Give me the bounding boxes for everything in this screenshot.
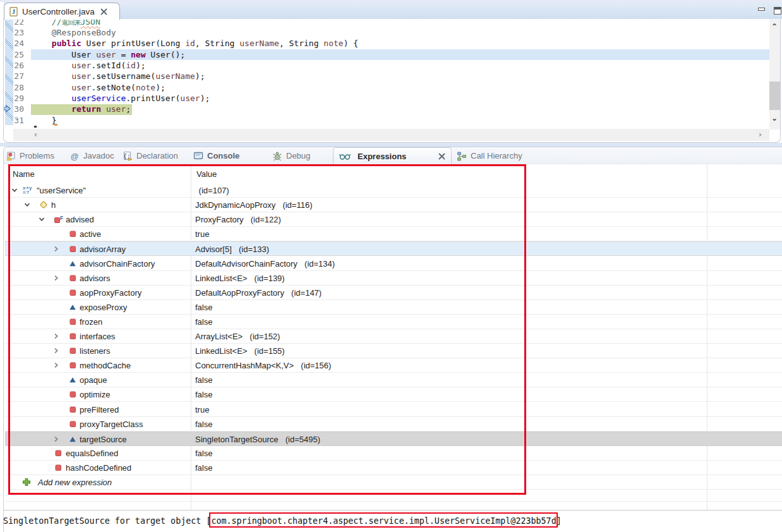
view-tab-bar: Problems@Javadoc{;DeclarationConsoleDebu… [4,147,782,164]
expression-value: false [195,317,212,327]
expression-row-advisors[interactable]: advisorsLinkedList<E> (id=139) [5,271,782,286]
editor-tab-usercontroller[interactable]: J UserController.java [4,3,120,20]
code-line-22[interactable]: //返回来JSON [32,19,100,28]
expression-row-opaque[interactable]: opaquefalse [5,373,782,387]
scroll-up-arrow-icon[interactable]: ⌃ [771,22,778,31]
token: id [185,39,195,48]
token: .printUser( [126,94,180,103]
token: note [323,39,343,48]
expand-chevron-icon[interactable] [52,332,60,340]
expression-name: advisorChainFactory [80,259,155,269]
expression-name: methodCache [80,361,131,370]
token: new [131,50,145,59]
editor-vertical-scrollbar[interactable]: ⌃⌄ [769,19,781,130]
code-line-26[interactable]: user.setId(id); [32,60,146,71]
expand-chevron-icon[interactable] [52,435,60,443]
code-editor[interactable]: 22232425262728293031 //返回来JSON @Response… [3,19,781,143]
token [32,104,72,114]
column-header-value[interactable]: Value [196,169,217,179]
clipped-next-line-artifact [34,126,37,128]
empty-row[interactable] [5,502,782,510]
expand-chevron-icon[interactable] [52,274,60,282]
line-number-30: 30 [10,104,24,114]
token: ); [200,94,210,103]
expand-chevron-icon[interactable] [52,347,60,354]
expression-row-interfaces[interactable]: interfacesArrayList<E> (id=152) [5,329,782,344]
view-tab-label: Console [207,151,239,160]
expression-name: interfaces [80,332,115,341]
expressions-icon [339,151,351,161]
expression-name: optimize [80,390,110,399]
editor-vertical-scrollbar-thumb[interactable] [769,82,781,110]
view-tab-declaration[interactable]: {;Declaration [123,147,178,164]
expression-row-h[interactable]: hJdkDynamicAopProxy (id=116) [5,198,782,212]
expression-row-frozen[interactable]: frozenfalse [5,315,782,329]
code-line-30[interactable]: return user; [32,104,131,114]
collapse-chevron-icon[interactable] [11,186,18,194]
token: userName [155,71,195,81]
scroll-down-arrow-icon[interactable]: ⌄ [771,114,778,123]
expression-row-aopProxyFactory[interactable]: aopProxyFactoryDefaultAopProxyFactory (i… [5,286,782,300]
expand-chevron-icon[interactable] [52,245,60,253]
expression-row-advisorChainFactory[interactable]: advisorChainFactoryDefaultAdvisorChainFa… [5,257,782,271]
code-line-29[interactable]: userService.printUser(user); [32,93,210,104]
expressions-table[interactable]: Name Value x+y=?"userService" (id=107)hJ… [4,164,782,510]
code-line-28[interactable]: user.setNote(note); [32,82,165,93]
expression-detail-pane[interactable]: SingletonTargetSource for target object … [4,510,782,532]
expression-value: DefaultAopProxyFactory (id=147) [195,288,322,298]
line-number-24: 24 [10,38,24,49]
expression-row-advisorArray[interactable]: advisorArrayAdvisor[5] (id=133) [5,241,782,256]
view-tab-call-hierarchy[interactable]: Call Hierarchy [457,147,522,164]
expression-row-advised[interactable]: FadvisedProxyFactory (id=122) [5,212,782,227]
token: 返回来 [61,19,80,27]
column-header-name[interactable]: Name [13,169,35,179]
token [32,71,72,81]
line-number-28: 28 [10,82,24,93]
view-tab-expressions[interactable]: Expressions [333,147,452,164]
expression-value: false [195,449,212,458]
code-line-31[interactable]: } [32,115,57,126]
add-new-expression-row[interactable]: Add new expression [5,475,782,490]
expression-row-targetSource[interactable]: targetSourceSingletonTargetSource (id=54… [5,432,782,446]
expression-row-optimize[interactable]: optimizefalse [5,387,782,402]
expression-row-userService[interactable]: x+y=?"userService" (id=107) [5,183,782,198]
code-line-24[interactable]: public User printUser(Long id, String us… [32,38,359,49]
line-number-22: 22 [10,19,24,27]
view-tab-label: Call Hierarchy [471,151,522,160]
empty-row[interactable] [5,490,782,502]
code-line-25[interactable]: User user = new User(); [32,49,186,60]
collapse-chevron-icon[interactable] [23,201,31,209]
scroll-left-arrow-icon[interactable]: ‹ [34,130,37,139]
view-tab-problems[interactable]: Problems [6,147,54,164]
view-tab-javadoc[interactable]: @Javadoc [69,147,114,164]
expression-row-active[interactable]: activetrue [5,227,782,241]
expression-row-equalsDefined[interactable]: equalsDefinedfalse [5,446,782,461]
expression-name: targetSource [80,435,126,444]
editor-horizontal-scrollbar[interactable]: ‹› [13,129,769,141]
collapse-chevron-icon[interactable] [38,215,45,223]
expression-name: listeners [80,346,110,356]
expression-row-proxyTargetClass[interactable]: proxyTargetClassfalse [5,417,782,432]
view-tab-close-icon[interactable] [438,152,446,160]
expression-name: Add new expression [38,478,112,487]
expression-row-methodCache[interactable]: methodCacheConcurrentHashMap<K,V> (id=15… [5,358,782,373]
expression-row-exposeProxy[interactable]: exposeProxyfalse [5,300,782,315]
expression-row-hashCodeDefined[interactable]: hashCodeDefinedfalse [5,461,782,475]
token: .setNote( [91,83,135,92]
code-line-23[interactable]: @ResponseBody [32,27,116,38]
scroll-right-arrow-icon[interactable]: › [759,130,762,139]
token: ); [195,71,205,81]
expression-row-listeners[interactable]: listenersLinkedList<E> (id=155) [5,344,782,358]
red-square-f-icon: F [53,214,67,224]
expand-chevron-icon[interactable] [52,361,60,369]
expression-name: h [51,200,56,210]
code-line-27[interactable]: user.setUsername(userName); [32,71,205,82]
expression-row-preFiltered[interactable]: preFilteredtrue [5,402,782,417]
view-tab-debug[interactable]: Debug [272,147,310,164]
token: ) { [344,39,358,48]
minimize-button[interactable] [758,8,765,11]
view-tab-console[interactable]: Console [193,147,239,164]
editor-tab-close-icon[interactable] [100,8,108,16]
expression-value: Advisor[5] (id=133) [195,245,269,254]
maximize-button[interactable] [774,7,781,15]
